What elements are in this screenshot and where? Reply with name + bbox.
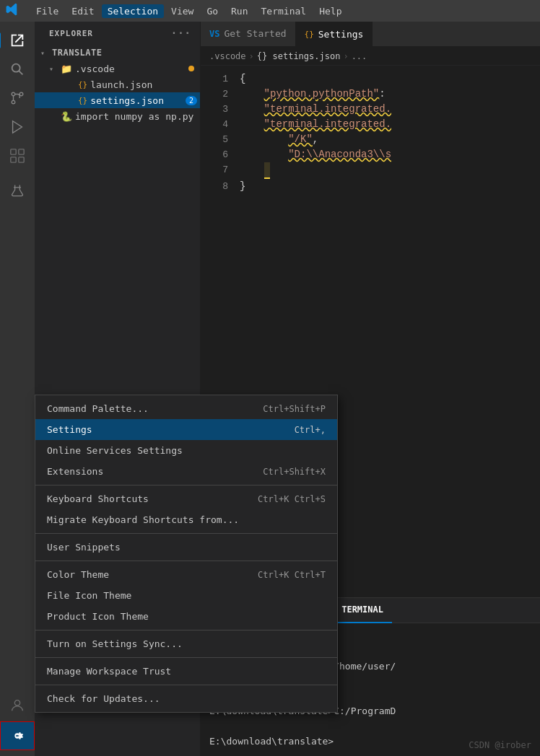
launch-json-icon: {} — [78, 80, 87, 89]
terminal-line-7 — [209, 719, 531, 734]
user-snippets-label: User Snippets — [47, 542, 121, 553]
tree-item-settings-json[interactable]: {} settings.json 2 — [35, 92, 200, 108]
sep3 — [35, 561, 337, 561]
keyboard-shortcuts-shortcut: Ctrl+K Ctrl+S — [258, 494, 326, 504]
menu-terminal[interactable]: Terminal — [256, 4, 313, 18]
tab-terminal[interactable]: TERMINAL — [333, 598, 392, 623]
code-line-5: 5 "/K", — [201, 132, 540, 147]
vscode-logo — [6, 3, 19, 19]
svg-point-4 — [19, 92, 23, 96]
activity-run-debug[interactable] — [4, 114, 30, 140]
svg-rect-7 — [19, 149, 24, 154]
breadcrumb-ellipsis[interactable]: ... — [352, 51, 367, 61]
activity-source-control[interactable] — [4, 85, 30, 111]
migrate-shortcuts-label: Migrate Keyboard Shortcuts from... — [47, 514, 239, 525]
keyboard-shortcuts-label: Keyboard Shortcuts — [47, 493, 149, 504]
line-num-5: 5 — [206, 133, 228, 147]
menu-go[interactable]: Go — [201, 4, 224, 18]
menu-keyboard-shortcuts[interactable]: Keyboard Shortcuts Ctrl+K Ctrl+S — [35, 488, 337, 509]
svg-rect-9 — [19, 157, 24, 162]
line-num-4: 4 — [206, 118, 228, 132]
workspace-arrow: ▾ — [40, 49, 52, 57]
code-4: "terminal.integrated. — [240, 117, 391, 132]
sep6 — [35, 685, 337, 685]
tree-item-numpy[interactable]: 🐍 import numpy as np.py — [35, 108, 200, 124]
breadcrumb-vscode[interactable]: .vscode — [209, 51, 246, 61]
menu-view[interactable]: View — [165, 4, 199, 18]
settings-shortcut: Ctrl+, — [295, 425, 326, 435]
activity-bottom-section — [0, 693, 35, 756]
tab-bar: VS Get Started {} Settings — [201, 22, 540, 47]
launch-json-name: launch.json — [90, 79, 200, 90]
activity-search[interactable] — [4, 56, 30, 82]
vscode-tab-icon: VS — [209, 29, 219, 39]
code-line-8: 8 } — [201, 179, 540, 194]
explorer-title: EXPLORER — [49, 29, 93, 38]
tab-settings[interactable]: {} Settings — [296, 22, 373, 46]
breadcrumb-settings[interactable]: {} settings.json — [257, 51, 341, 61]
line-num-8: 8 — [206, 180, 228, 194]
vscode-modified-dot — [188, 66, 194, 71]
line-num-2: 2 — [206, 87, 228, 102]
activity-flask[interactable] — [4, 177, 30, 203]
code-line-6: 6 "D:\\Anaconda3\\s — [201, 147, 540, 162]
activity-extensions[interactable] — [4, 143, 30, 169]
code-7 — [240, 162, 270, 179]
tree-item-vscode[interactable]: ▾ 📁 .vscode — [35, 61, 200, 76]
tree-item-launch-json[interactable]: {} launch.json — [35, 76, 200, 92]
menu-file[interactable]: File — [30, 4, 64, 18]
activity-account[interactable] — [4, 693, 30, 718]
menu-manage-workspace-trust[interactable]: Manage Workspace Trust — [35, 661, 337, 682]
breadcrumb: .vscode › {} settings.json › ... — [201, 47, 540, 66]
menu-check-updates[interactable]: Check for Updates... — [35, 688, 337, 709]
svg-point-3 — [12, 100, 15, 104]
line-num-7: 7 — [206, 163, 228, 177]
settings-json-name: settings.json — [90, 95, 186, 106]
code-line-2: 2 "python.pythonPath": — [201, 87, 540, 102]
breadcrumb-sep1: › — [249, 51, 254, 61]
tab-get-started[interactable]: VS Get Started — [201, 22, 296, 46]
preferences-menu: Command Palette... Ctrl+Shift+P Settings… — [35, 395, 338, 713]
color-theme-shortcut: Ctrl+K Ctrl+T — [258, 570, 326, 580]
menu-edit[interactable]: Edit — [66, 4, 100, 18]
numpy-file-name: import numpy as np.py — [75, 111, 200, 122]
activity-explorer[interactable] — [4, 27, 30, 53]
settings-json-icon: {} — [78, 96, 87, 105]
workspace-name: TRANSLATE — [52, 48, 103, 58]
svg-rect-8 — [11, 157, 16, 162]
more-actions-icon[interactable]: ··· — [171, 27, 191, 39]
settings-tab-label: Settings — [318, 29, 364, 40]
menu-migrate-shortcuts[interactable]: Migrate Keyboard Shortcuts from... — [35, 509, 337, 530]
menu-selection[interactable]: Selection — [102, 4, 164, 18]
menu-settings-sync[interactable]: Turn on Settings Sync... — [35, 633, 337, 654]
menu-color-theme[interactable]: Color Theme Ctrl+K Ctrl+T — [35, 564, 337, 585]
code-line-3: 3 "terminal.integrated. — [201, 102, 540, 117]
color-theme-label: Color Theme — [47, 569, 109, 580]
command-palette-shortcut: Ctrl+Shift+P — [263, 404, 326, 414]
file-icon-theme-label: File Icon Theme — [47, 590, 131, 601]
menu-command-palette[interactable]: Command Palette... Ctrl+Shift+P — [35, 398, 337, 419]
code-line-1: 1 { — [201, 71, 540, 87]
line-num-3: 3 — [206, 102, 228, 117]
svg-line-1 — [19, 71, 22, 74]
settings-tab-icon: {} — [305, 30, 314, 39]
menu-run[interactable]: Run — [225, 4, 253, 18]
menu-settings[interactable]: Settings Ctrl+, — [35, 419, 337, 440]
activity-gear[interactable] — [0, 721, 35, 750]
get-started-tab-label: Get Started — [224, 28, 286, 39]
workspace-root[interactable]: ▾ TRANSLATE — [35, 45, 200, 61]
svg-point-2 — [12, 92, 15, 96]
svg-rect-6 — [11, 149, 16, 154]
code-5: "/K", — [240, 132, 318, 147]
menu-help[interactable]: Help — [313, 4, 347, 18]
menu-file-icon-theme[interactable]: File Icon Theme — [35, 585, 337, 606]
title-bar: File Edit Selection View Go Run Terminal… — [0, 0, 540, 22]
settings-sync-label: Turn on Settings Sync... — [47, 638, 183, 649]
code-2: "python.pythonPath": — [240, 87, 386, 102]
explorer-header: EXPLORER ··· — [35, 22, 200, 42]
menu-extensions[interactable]: Extensions Ctrl+Shift+X — [35, 461, 337, 482]
menu-product-icon-theme[interactable]: Product Icon Theme — [35, 606, 337, 627]
menu-online-services[interactable]: Online Services Settings — [35, 440, 337, 461]
svg-point-0 — [12, 64, 20, 72]
menu-user-snippets[interactable]: User Snippets — [35, 537, 337, 558]
